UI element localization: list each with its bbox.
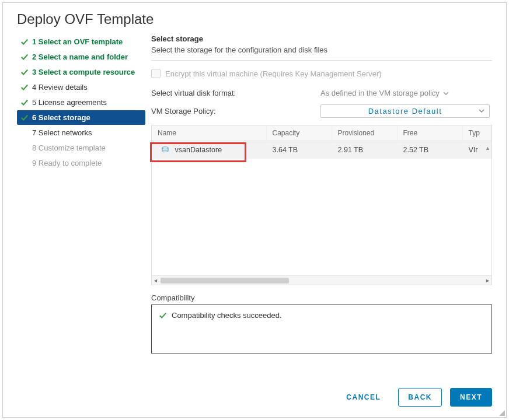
dialog-content: 1 Select an OVF template 2 Select a name… [3,34,506,354]
main-panel: Select storage Select the storage for th… [145,34,492,354]
step-label: 2 Select a name and folder [32,52,128,61]
storage-policy-select[interactable]: Datastore Default [320,104,490,118]
table-empty-area [152,159,491,275]
datastore-table: Name Capacity Provisioned Free Typ [152,125,491,159]
cell-free: 2.52 TB [397,141,462,159]
disk-format-value: As defined in the VM storage policy [320,89,440,97]
compatibility-label: Compatibility [151,293,492,302]
checkmark-icon [20,83,29,92]
checkmark-icon [20,68,29,76]
col-free[interactable]: Free [397,125,462,141]
dialog-title: Deploy OVF Template [3,3,506,34]
checkmark-icon [20,99,29,107]
section-description: Select the storage for the configuration… [151,46,492,61]
chevron-down-icon [443,92,449,95]
storage-policy-label: VM Storage Policy: [151,107,320,116]
step-customize-template: 8 Customize template [17,141,145,155]
section-title: Select storage [151,34,492,43]
disk-format-row: Select virtual disk format: As defined i… [151,89,492,97]
scroll-left-icon[interactable]: ◄ [153,278,158,284]
step-ready-to-complete: 9 Ready to complete [17,156,145,170]
col-name[interactable]: Name [152,125,266,141]
col-provisioned[interactable]: Provisioned [332,125,397,141]
compatibility-row: Compatibility checks succeeded. [159,311,484,320]
encrypt-vm-checkbox [151,69,161,78]
svg-point-0 [162,147,168,149]
scroll-right-icon[interactable]: ► [485,278,490,284]
scroll-up-icon[interactable]: ▲ [485,145,490,151]
cancel-button[interactable]: CANCEL [337,388,390,406]
disk-format-label: Select virtual disk format: [151,89,320,97]
datastore-icon [161,146,169,153]
cell-name: vsanDatastore [152,141,266,159]
step-label: 6 Select storage [32,113,90,122]
dialog-footer: CANCEL BACK NEXT [337,388,492,407]
resize-grip[interactable] [498,409,505,416]
horizontal-scrollbar[interactable]: ◄ ► [152,275,491,285]
checkmark-icon [20,38,29,46]
step-select-storage[interactable]: 6 Select storage [17,110,145,125]
compatibility-message: Compatibility checks succeeded. [172,311,282,320]
checkmark-icon [20,114,29,122]
col-type[interactable]: Typ [462,125,491,141]
wizard-steps-sidebar: 1 Select an OVF template 2 Select a name… [17,34,145,354]
cell-provisioned: 2.91 TB [332,141,397,159]
step-select-name-folder[interactable]: 2 Select a name and folder [17,50,145,64]
back-button[interactable]: BACK [398,388,442,407]
checkmark-icon [20,53,29,61]
encrypt-vm-label: Encrypt this virtual machine (Requires K… [165,69,382,78]
datastore-table-container: Name Capacity Provisioned Free Typ [151,125,492,285]
step-select-networks[interactable]: 7 Select networks [17,125,145,140]
step-label: 5 License agreements [32,98,107,107]
step-label: 1 Select an OVF template [32,37,123,46]
step-label: 4 Review details [32,83,88,92]
cell-capacity: 3.64 TB [266,141,332,159]
chevron-down-icon [479,109,484,113]
storage-policy-value: Datastore Default [368,107,442,116]
compatibility-box: Compatibility checks succeeded. [151,304,492,354]
next-button[interactable]: NEXT [450,388,492,407]
deploy-ovf-dialog: Deploy OVF Template 1 Select an OVF temp… [2,2,507,418]
step-review-details[interactable]: 4 Review details [17,80,145,94]
storage-policy-row: VM Storage Policy: Datastore Default [151,104,492,118]
table-row[interactable]: vsanDatastore 3.64 TB 2.91 TB 2.52 TB VI… [152,141,491,159]
step-label: 3 Select a compute resource [32,68,135,76]
step-select-ovf-template[interactable]: 1 Select an OVF template [17,34,145,49]
step-license-agreements[interactable]: 5 License agreements [17,95,145,110]
encrypt-vm-row: Encrypt this virtual machine (Requires K… [151,69,492,78]
step-label: 7 Select networks [32,128,92,137]
scrollbar-thumb[interactable] [161,278,289,284]
datastore-name: vsanDatastore [175,146,222,154]
disk-format-select[interactable]: As defined in the VM storage policy [320,89,449,97]
step-label: 8 Customize template [32,144,106,152]
step-label: 9 Ready to complete [32,159,102,167]
table-header-row: Name Capacity Provisioned Free Typ [152,125,491,141]
step-select-compute-resource[interactable]: 3 Select a compute resource [17,65,145,79]
col-capacity[interactable]: Capacity [266,125,332,141]
checkmark-icon [159,312,167,320]
